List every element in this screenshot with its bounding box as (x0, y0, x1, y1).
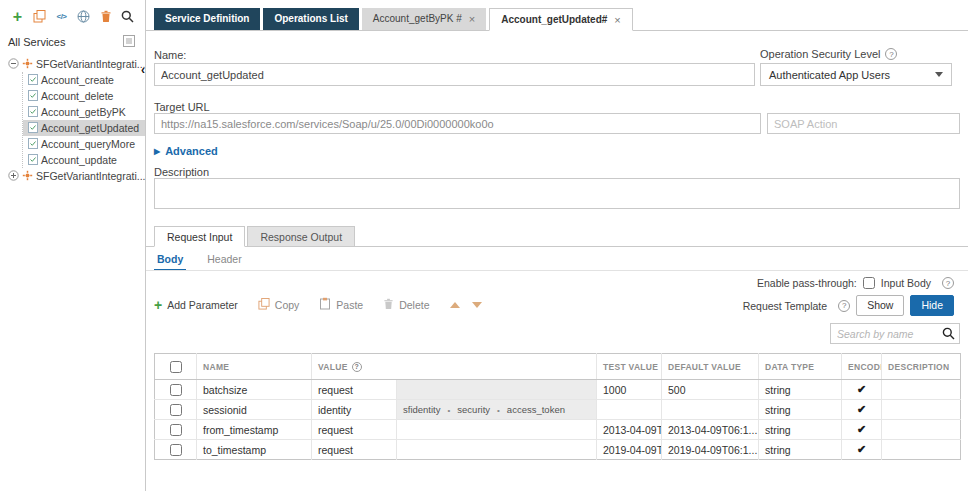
tree-item-label: Account_create (41, 74, 114, 86)
param-encoded-cell[interactable]: ✔ (842, 440, 882, 460)
tab-request-input[interactable]: Request Input (154, 226, 245, 247)
input-body-label: Input Body (881, 277, 931, 289)
tab-response-output[interactable]: Response Output (247, 226, 355, 247)
tree-item-label: Account_queryMore (41, 138, 135, 150)
param-name-cell[interactable]: sessionid (197, 400, 312, 420)
help-icon[interactable]: ? (942, 277, 954, 289)
help-icon[interactable]: ? (885, 48, 897, 60)
param-subvalue-cell[interactable] (397, 380, 597, 400)
table-row[interactable]: sessionid identity sfidentity•security•a… (155, 400, 961, 420)
tree-group-1[interactable]: SFGetVariantIntegrati... (0, 56, 145, 72)
param-subvalue-cell[interactable]: sfidentity•security•access_token (397, 400, 597, 420)
param-default-value-cell[interactable] (662, 400, 759, 420)
param-subvalue-cell[interactable] (397, 420, 597, 440)
param-value-cell[interactable]: request (312, 420, 397, 440)
param-data-type-cell[interactable]: string (759, 440, 842, 460)
param-test-value-cell[interactable]: 2019-04-09T06:1... (597, 440, 662, 460)
show-button[interactable]: Show (856, 295, 904, 316)
param-description-cell[interactable] (882, 420, 961, 440)
param-value-cell[interactable]: identity (312, 400, 397, 420)
move-down-icon[interactable] (472, 302, 482, 308)
tab-account-getbypk[interactable]: Account_getByPK #× (362, 8, 486, 30)
collapse-all-icon[interactable] (123, 35, 135, 49)
input-body-checkbox[interactable] (863, 277, 875, 289)
add-parameter-button[interactable]: + Add Parameter (154, 299, 238, 311)
param-data-type-cell[interactable]: string (759, 400, 842, 420)
tree-item-account-delete[interactable]: Account_delete (23, 88, 145, 104)
param-data-type-cell[interactable]: string (759, 380, 842, 400)
tab-operations-list[interactable]: Operations List (263, 8, 358, 30)
param-data-type-cell[interactable]: string (759, 420, 842, 440)
param-encoded-cell[interactable]: ✔ (842, 380, 882, 400)
collapse-node-icon[interactable] (8, 58, 19, 71)
param-description-cell[interactable] (882, 440, 961, 460)
param-name-cell[interactable]: batchsize (197, 380, 312, 400)
param-default-value-cell[interactable]: 2019-04-09T06:1... (662, 440, 759, 460)
tab-label: Account_getByPK # (373, 8, 462, 30)
search-input[interactable] (837, 328, 942, 340)
param-value-cell[interactable]: request (312, 380, 397, 400)
advanced-toggle[interactable]: ▶ Advanced (154, 145, 218, 157)
description-textarea[interactable] (154, 178, 960, 209)
param-value-cell[interactable]: request (312, 440, 397, 460)
param-test-value-cell[interactable] (597, 400, 662, 420)
table-row[interactable]: from_timestamp request 2013-04-09T06:1..… (155, 420, 961, 440)
search-icon[interactable] (120, 9, 135, 24)
tab-body[interactable]: Body (154, 253, 186, 271)
name-label: Name: (154, 49, 186, 61)
tree-item-account-create[interactable]: Account_create (23, 72, 145, 88)
help-icon[interactable]: ? (352, 362, 362, 372)
add-service-icon[interactable]: + (10, 9, 25, 24)
param-encoded-cell[interactable]: ✔ (842, 420, 882, 440)
tab-header[interactable]: Header (204, 253, 244, 271)
copy-icon[interactable] (32, 9, 47, 24)
tree-item-account-querymore[interactable]: Account_queryMore (23, 136, 145, 152)
expand-node-icon[interactable] (8, 170, 19, 183)
tree-item-account-getbypk[interactable]: Account_getByPK (23, 104, 145, 120)
close-icon[interactable]: × (614, 9, 620, 31)
select-all-checkbox[interactable] (170, 361, 182, 373)
param-name-cell[interactable]: to_timestamp (197, 440, 312, 460)
help-icon[interactable]: ? (838, 300, 850, 312)
table-row[interactable]: batchsize request 1000 500 string ✔ (155, 380, 961, 400)
target-url-input[interactable] (154, 113, 761, 134)
paste-button[interactable]: Paste (319, 297, 363, 312)
row-checkbox[interactable] (170, 384, 182, 396)
param-test-value-cell[interactable]: 2013-04-09T06:1... (597, 420, 662, 440)
soap-action-input[interactable] (767, 113, 960, 134)
tree-group-label: SFGetVariantIntegrati... (36, 170, 145, 182)
search-icon[interactable] (942, 327, 955, 340)
param-subvalue-cell[interactable] (397, 440, 597, 460)
param-test-value-cell[interactable]: 1000 (597, 380, 662, 400)
param-description-cell[interactable] (882, 380, 961, 400)
param-name-cell[interactable]: from_timestamp (197, 420, 312, 440)
tree-item-account-update[interactable]: Account_update (23, 152, 145, 168)
param-description-cell[interactable] (882, 400, 961, 420)
tree-group-2[interactable]: SFGetVariantIntegrati... (0, 168, 145, 184)
table-header-row: NAME VALUE? TEST VALUE DEFAULT VALUE DAT… (155, 354, 961, 380)
name-input[interactable] (154, 63, 755, 86)
hide-button[interactable]: Hide (910, 295, 954, 316)
delete-button[interactable]: Delete (383, 298, 429, 312)
row-checkbox[interactable] (170, 404, 182, 416)
paste-icon (319, 297, 331, 312)
tab-account-getupdated[interactable]: Account_getUpdated#× (489, 8, 633, 31)
delete-service-icon[interactable] (98, 9, 113, 24)
param-encoded-cell[interactable]: ✔ (842, 400, 882, 420)
param-default-value-cell[interactable]: 2013-04-09T06:1... (662, 420, 759, 440)
col-value: VALUE? (312, 354, 597, 380)
tree-item-account-getupdated[interactable]: Account_getUpdated (23, 120, 145, 136)
move-up-icon[interactable] (450, 302, 460, 308)
copy-button[interactable]: Copy (258, 298, 300, 312)
table-row[interactable]: to_timestamp request 2019-04-09T06:1... … (155, 440, 961, 460)
tab-service-definition[interactable]: Service Definition (154, 8, 260, 30)
param-default-value-cell[interactable]: 500 (662, 380, 759, 400)
close-icon[interactable]: × (469, 8, 475, 30)
security-level-select[interactable]: Authenticated App Users (760, 63, 952, 86)
bullet-icon: • (497, 406, 500, 415)
code-icon[interactable]: </> (54, 9, 69, 24)
row-checkbox[interactable] (170, 424, 182, 436)
row-checkbox[interactable] (170, 444, 182, 456)
sidebar-collapse-handle[interactable]: ‹ (141, 64, 145, 76)
globe-icon[interactable] (76, 9, 91, 24)
